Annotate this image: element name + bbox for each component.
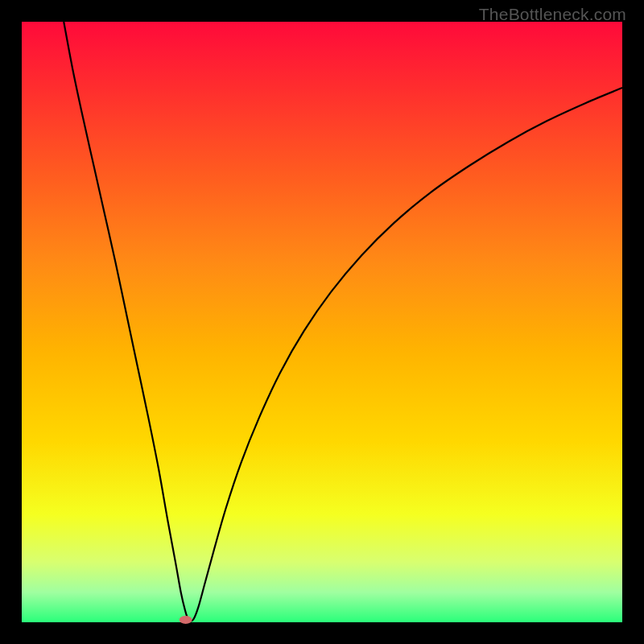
bottleneck-chart (0, 0, 644, 644)
plot-background (22, 22, 622, 622)
marker-dot (180, 616, 192, 624)
watermark-text: TheBottleneck.com (479, 5, 626, 24)
chart-container: TheBottleneck.com (0, 0, 644, 644)
